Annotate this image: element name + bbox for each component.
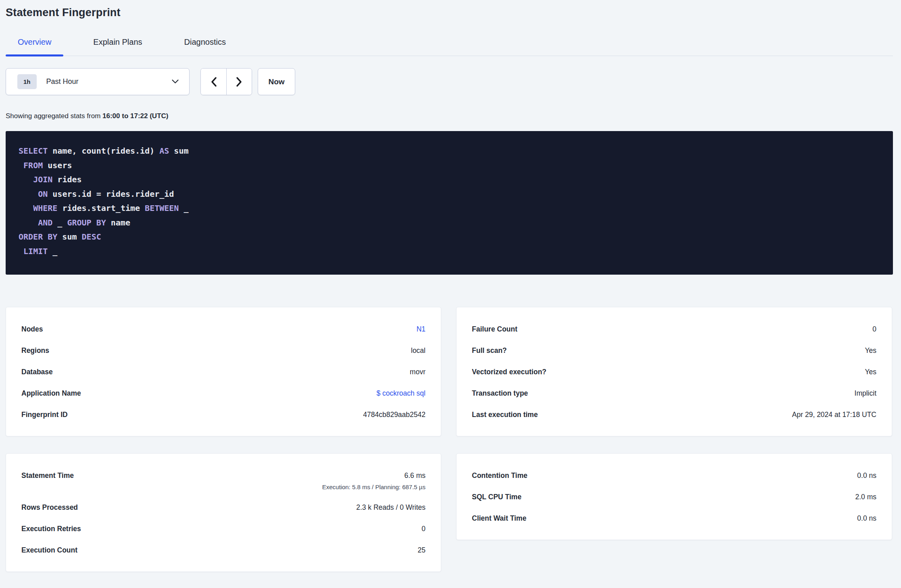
row-value: movr xyxy=(410,368,425,376)
row-label: Contention Time xyxy=(472,471,528,480)
statement-time-breakdown: Execution: 5.8 ms / Planning: 687.5 µs xyxy=(322,484,425,490)
row-value: 2.3 k Reads / 0 Writes xyxy=(356,503,425,512)
fingerprint-id-value: 4784cb829aab2542 xyxy=(363,411,425,419)
table-row: Execution Count 25 xyxy=(21,546,425,555)
table-row: Transaction type Implicit xyxy=(472,389,876,398)
tab-explain-plans[interactable]: Explain Plans xyxy=(81,38,154,56)
row-label: Nodes xyxy=(21,325,43,334)
row-label: Execution Count xyxy=(21,546,77,555)
nodes-link[interactable]: N1 xyxy=(417,325,425,334)
table-row: Last execution time Apr 29, 2024 at 17:1… xyxy=(472,411,876,419)
last-execution-time-value: Apr 29, 2024 at 17:18 UTC xyxy=(792,411,876,419)
row-label: Failure Count xyxy=(472,325,517,334)
sql-line: JOIN rides xyxy=(19,173,880,187)
table-row: Failure Count 0 xyxy=(472,325,876,334)
prev-range-button[interactable] xyxy=(201,69,226,95)
sql-line: AND _ GROUP BY name xyxy=(19,216,880,230)
summary-cards-row-1: Nodes N1 Regions local Database movr App… xyxy=(6,307,893,436)
time-controls: 1h Past Hour Now xyxy=(6,68,893,95)
wait-times-card: Contention Time 0.0 ns SQL CPU Time 2.0 … xyxy=(456,453,892,540)
execution-attributes-card: Failure Count 0 Full scan? Yes Vectorize… xyxy=(456,307,892,436)
row-label: Rows Processed xyxy=(21,503,78,512)
statement-details-card: Nodes N1 Regions local Database movr App… xyxy=(6,307,441,436)
row-label: Fingerprint ID xyxy=(21,411,68,419)
row-label: Regions xyxy=(21,346,49,355)
statement-time-value: 6.6 ms Execution: 5.8 ms / Planning: 687… xyxy=(322,471,425,490)
sql-line: FROM users xyxy=(19,158,880,173)
table-row: Rows Processed 2.3 k Reads / 0 Writes xyxy=(21,503,425,512)
row-label: Application Name xyxy=(21,389,81,398)
table-row: Contention Time 0.0 ns xyxy=(472,471,876,480)
table-row: Application Name $ cockroach sql xyxy=(21,389,425,398)
row-value: 0 xyxy=(421,525,425,533)
table-row: Vectorized execution? Yes xyxy=(472,368,876,376)
table-row: Full scan? Yes xyxy=(472,346,876,355)
row-value: 25 xyxy=(418,546,425,555)
row-value: 0.0 ns xyxy=(857,514,876,523)
caption-prefix: Showing aggregated stats from xyxy=(6,112,102,120)
statement-times-card: Statement Time 6.6 ms Execution: 5.8 ms … xyxy=(6,453,441,572)
table-row: Fingerprint ID 4784cb829aab2542 xyxy=(21,411,425,419)
table-row: Database movr xyxy=(21,368,425,376)
page-title: Statement Fingerprint xyxy=(6,6,893,19)
now-button[interactable]: Now xyxy=(258,68,295,95)
chevron-left-icon xyxy=(211,77,217,87)
table-row: Execution Retries 0 xyxy=(21,525,425,533)
next-range-button[interactable] xyxy=(226,69,252,95)
tab-bar: Overview Explain Plans Diagnostics xyxy=(6,38,893,56)
tab-overview[interactable]: Overview xyxy=(6,38,63,56)
table-row: Nodes N1 xyxy=(21,325,425,334)
chevron-right-icon xyxy=(236,77,242,87)
row-label: Execution Retries xyxy=(21,525,81,533)
row-value: 0.0 ns xyxy=(857,471,876,480)
row-value: 6.6 ms xyxy=(404,471,425,480)
statement-fingerprint-page: Statement Fingerprint Overview Explain P… xyxy=(0,0,901,572)
sql-statement: SELECT name, count(rides.id) AS sum FROM… xyxy=(6,131,893,275)
application-name-link[interactable]: $ cockroach sql xyxy=(376,389,425,398)
row-value: 0 xyxy=(872,325,876,334)
row-label: Full scan? xyxy=(472,346,507,355)
chevron-down-icon xyxy=(172,79,179,84)
tab-diagnostics[interactable]: Diagnostics xyxy=(172,38,238,56)
table-row: Statement Time 6.6 ms Execution: 5.8 ms … xyxy=(21,471,425,490)
row-label: Statement Time xyxy=(21,471,74,480)
sql-line: ON users.id = rides.rider_id xyxy=(19,187,880,202)
table-row: Client Wait Time 0.0 ns xyxy=(472,514,876,523)
row-label: Database xyxy=(21,368,53,376)
row-label: Transaction type xyxy=(472,389,528,398)
row-value: local xyxy=(411,346,425,355)
row-label: Client Wait Time xyxy=(472,514,526,523)
summary-cards-row-2: Statement Time 6.6 ms Execution: 5.8 ms … xyxy=(6,453,893,572)
row-value: 2.0 ms xyxy=(855,493,876,501)
row-label: Vectorized execution? xyxy=(472,368,546,376)
time-range-label: Past Hour xyxy=(46,77,172,86)
sql-line: LIMIT _ xyxy=(19,244,880,259)
aggregated-stats-caption: Showing aggregated stats from 16:00 to 1… xyxy=(6,112,893,120)
row-value: Implicit xyxy=(855,389,876,398)
row-label: Last execution time xyxy=(472,411,538,419)
sql-line: WHERE rides.start_time BETWEEN _ xyxy=(19,201,880,216)
row-label: SQL CPU Time xyxy=(472,493,521,501)
caption-range: 16:00 to 17:22 (UTC) xyxy=(102,112,168,120)
time-range-nav xyxy=(200,68,252,95)
table-row: SQL CPU Time 2.0 ms xyxy=(472,493,876,501)
sql-line: ORDER BY sum DESC xyxy=(19,230,880,244)
table-row: Regions local xyxy=(21,346,425,355)
time-range-dropdown[interactable]: 1h Past Hour xyxy=(6,68,190,95)
time-range-badge: 1h xyxy=(17,74,37,89)
row-value: Yes xyxy=(865,346,876,355)
row-value: Yes xyxy=(865,368,876,376)
sql-line: SELECT name, count(rides.id) AS sum xyxy=(19,144,880,158)
